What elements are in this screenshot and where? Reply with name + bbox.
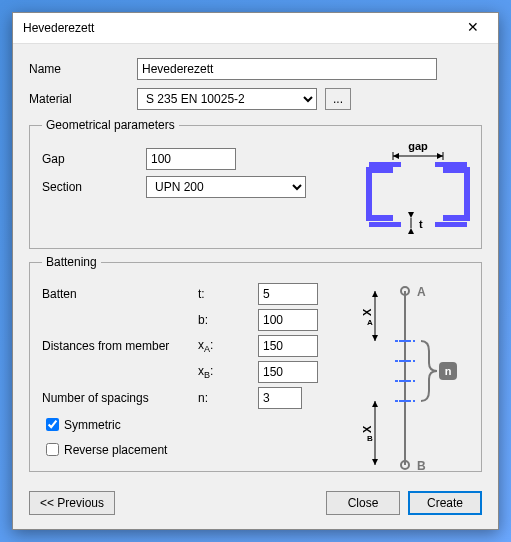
diagram-n-label: n	[445, 365, 452, 377]
svg-marker-1	[393, 153, 399, 159]
name-label: Name	[29, 62, 137, 76]
battening-group: Battening Batten t: b: Distances from me…	[29, 255, 482, 472]
spacing-diagram: A B X A	[363, 283, 463, 473]
symmetric-label[interactable]: Symmetric	[64, 418, 121, 432]
n-label: n:	[198, 391, 258, 405]
reverse-checkbox[interactable]	[46, 443, 59, 456]
svg-rect-8	[435, 222, 467, 227]
batten-label: Batten	[42, 287, 198, 301]
material-label: Material	[29, 92, 137, 106]
svg-marker-24	[372, 291, 378, 297]
xb-input[interactable]	[258, 361, 318, 383]
diagram-b-label: B	[417, 459, 426, 473]
t-label: t:	[198, 287, 258, 301]
distances-label: Distances from member	[42, 339, 198, 353]
previous-button[interactable]: << Previous	[29, 491, 115, 515]
svg-text:B: B	[367, 434, 373, 443]
b-label: b:	[198, 313, 258, 327]
svg-marker-30	[372, 459, 378, 465]
section-select[interactable]: UPN 200	[146, 176, 306, 198]
svg-marker-11	[408, 228, 414, 234]
material-select[interactable]: S 235 EN 10025-2	[137, 88, 317, 110]
footer: << Previous Close Create	[13, 483, 498, 529]
gap-label: Gap	[42, 152, 146, 166]
name-input[interactable]	[137, 58, 437, 80]
xa-input[interactable]	[258, 335, 318, 357]
symmetric-checkbox[interactable]	[46, 418, 59, 431]
content-area: Name Material S 235 EN 10025-2 ... Geome…	[13, 44, 498, 483]
xb-label: xB:	[198, 364, 258, 380]
n-input[interactable]	[258, 387, 302, 409]
svg-text:X: X	[363, 425, 373, 433]
svg-text:A: A	[367, 318, 373, 327]
window-title: Hevederezett	[23, 21, 94, 35]
geometrical-group: Geometrical parameters Gap Section UPN 2…	[29, 118, 482, 249]
xa-label: xA:	[198, 338, 258, 354]
svg-marker-2	[437, 153, 443, 159]
svg-rect-7	[369, 222, 401, 227]
svg-marker-25	[372, 335, 378, 341]
svg-marker-10	[408, 212, 414, 218]
section-diagram: gap t	[363, 140, 473, 242]
close-button[interactable]: Close	[326, 491, 400, 515]
diagram-a-label: A	[417, 285, 426, 299]
svg-marker-29	[372, 401, 378, 407]
t-text: t	[419, 218, 423, 230]
close-icon[interactable]: ✕	[458, 16, 488, 40]
svg-rect-6	[435, 162, 467, 167]
gap-text: gap	[408, 140, 428, 152]
battening-legend: Battening	[42, 255, 101, 269]
gap-input[interactable]	[146, 148, 236, 170]
svg-rect-5	[369, 162, 401, 167]
batten-t-input[interactable]	[258, 283, 318, 305]
batten-b-input[interactable]	[258, 309, 318, 331]
material-more-button[interactable]: ...	[325, 88, 351, 110]
create-button[interactable]: Create	[408, 491, 482, 515]
geometrical-legend: Geometrical parameters	[42, 118, 179, 132]
svg-text:X: X	[363, 308, 373, 316]
titlebar: Hevederezett ✕	[13, 13, 498, 44]
reverse-label[interactable]: Reverse placement	[64, 443, 167, 457]
section-label: Section	[42, 180, 146, 194]
spacings-label: Number of spacings	[42, 391, 198, 405]
dialog-window: Hevederezett ✕ Name Material S 235 EN 10…	[12, 12, 499, 530]
